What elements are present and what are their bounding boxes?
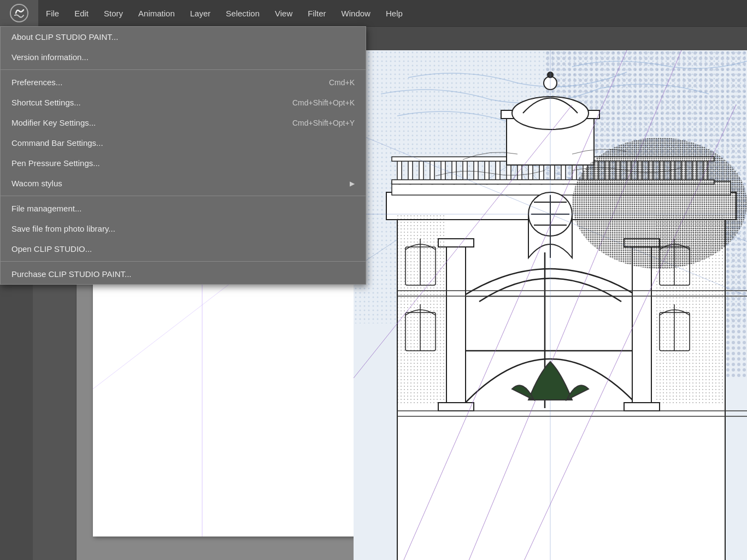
separator-1 [1,69,366,70]
menu-help[interactable]: Help [378,0,410,26]
svg-point-0 [10,4,28,22]
submenu-arrow-icon: ▶ [350,180,355,187]
menu-preferences[interactable]: Preferences... Cmd+K [1,72,366,92]
menu-view[interactable]: View [267,0,300,26]
menu-story[interactable]: Story [96,0,131,26]
menu-selection[interactable]: Selection [218,0,267,26]
menu-purchase[interactable]: Purchase CLIP STUDIO PAINT... [1,264,366,284]
svg-point-103 [572,138,747,269]
menu-filter[interactable]: Filter [300,0,333,26]
menu-file-management[interactable]: File management... [1,198,366,219]
menu-shortcut-settings[interactable]: Shortcut Settings... Cmd+Shift+Opt+K [1,92,366,113]
separator-3 [1,261,366,262]
separator-2 [1,196,366,196]
menu-command-bar[interactable]: Command Bar Settings... [1,133,366,153]
building-illustration [354,50,747,560]
menu-edit[interactable]: Edit [67,0,96,26]
menu-about[interactable]: About CLIP STUDIO PAINT... [1,27,366,47]
menu-layer[interactable]: Layer [183,0,219,26]
menu-wacom-stylus[interactable]: Wacom stylus ▶ [1,173,366,193]
menu-file[interactable]: File [38,0,67,26]
svg-rect-93 [397,214,446,405]
menu-animation[interactable]: Animation [131,0,183,26]
app-dropdown-menu: About CLIP STUDIO PAINT... Version infor… [0,26,366,285]
app-logo[interactable] [0,0,38,26]
svg-rect-74 [446,241,466,405]
menubar: File Edit Story Animation Layer Selectio… [0,0,747,26]
menu-modifier-key[interactable]: Modifier Key Settings... Cmd+Shift+Opt+Y [1,113,366,133]
menu-open-clip-studio[interactable]: Open CLIP STUDIO... [1,239,366,259]
menu-version[interactable]: Version information... [1,47,366,67]
menu-window[interactable]: Window [334,0,378,26]
menu-save-photo[interactable]: Save file from photo library... [1,219,366,239]
menu-pen-pressure[interactable]: Pen Pressure Settings... [1,153,366,173]
